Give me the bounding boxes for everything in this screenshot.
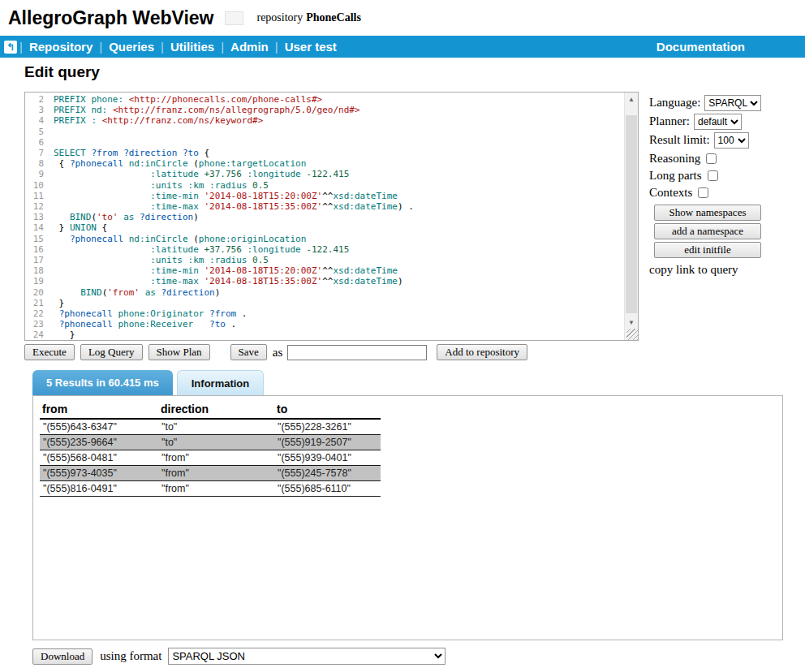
cell-direction: "from": [158, 481, 274, 497]
execute-button[interactable]: Execute: [24, 344, 75, 360]
line-number: 9: [25, 169, 44, 179]
code-line: { ?phonecall nd:inCircle (phone:targetLo…: [54, 158, 624, 169]
nav-item-documentation[interactable]: Documentation: [650, 40, 751, 54]
long-parts-checkbox[interactable]: [708, 170, 718, 181]
line-number: 22: [25, 308, 44, 319]
code-line: :time-min '2014-08-18T15:20:00Z'^^xsd:da…: [54, 265, 624, 276]
log-query-button[interactable]: Log Query: [80, 344, 143, 360]
nav-item-repository[interactable]: Repository: [23, 40, 99, 54]
results-table: fromdirectionto "(555)643-6347""to""(555…: [40, 402, 381, 497]
line-number: 4: [25, 115, 44, 126]
nav-item-queries[interactable]: Queries: [102, 40, 161, 54]
back-button[interactable]: ↰: [4, 41, 17, 54]
checkbox-label: Contexts: [649, 186, 692, 200]
language-select[interactable]: SPARQL: [704, 95, 761, 111]
code-line: :time-max '2014-08-18T15:35:00Z'^^xsd:da…: [54, 276, 624, 286]
tab-information[interactable]: Information: [177, 370, 265, 395]
table-row[interactable]: "(555)568-0481""from""(555)939-0401": [40, 450, 381, 466]
cell-to: "(555)939-0401": [274, 450, 381, 466]
cell-from: "(555)235-9664": [40, 435, 158, 450]
result-limit-label: Result limit:: [649, 133, 710, 147]
show-plan-button[interactable]: Show Plan: [149, 344, 210, 360]
download-button[interactable]: Download: [32, 648, 93, 665]
header-box: [225, 11, 243, 25]
result-limit-select[interactable]: 100: [714, 132, 749, 149]
save-name-input[interactable]: [287, 345, 427, 360]
code-line: [54, 127, 624, 137]
code-line: :units :km :radius 0.5: [54, 180, 624, 191]
code-line: }: [54, 330, 624, 340]
save-as-label: as: [273, 346, 283, 360]
edit-initfile-button[interactable]: edit initfile: [654, 242, 761, 258]
resize-grip-icon[interactable]: [626, 329, 638, 340]
column-header-to[interactable]: to: [274, 402, 381, 419]
reasoning-checkbox[interactable]: [706, 153, 717, 164]
code-line: PREFIX : <http://franz.com/ns/keyword#>: [54, 115, 624, 126]
nav-item-admin[interactable]: Admin: [224, 40, 275, 54]
code-line: ?phonecall nd:inCircle (phone:originLoca…: [54, 234, 624, 244]
cell-direction: "from": [158, 450, 274, 466]
cell-to: "(555)685-6110": [274, 481, 381, 497]
cell-to: "(555)919-2507": [274, 435, 381, 450]
cell-direction: "to": [158, 435, 274, 450]
back-arrow-icon: ↰: [6, 41, 15, 53]
language-row: Language: SPARQL: [649, 94, 795, 111]
code-line: :latitude +37.756 :longitude -122.415: [54, 169, 624, 179]
app-header: AllegroGraph WebView repositoryPhoneCall…: [0, 0, 805, 36]
code-area[interactable]: PREFIX phone: <http://phonecalls.com/pho…: [48, 93, 624, 340]
planner-select[interactable]: default: [694, 114, 742, 130]
scrollbar-thumb[interactable]: [626, 115, 637, 313]
add-a-namespace-button[interactable]: add a namespace: [654, 223, 761, 239]
code-line: BIND('to' as ?direction): [54, 212, 624, 222]
line-number: 23: [25, 319, 44, 330]
line-number: 13: [25, 212, 44, 222]
nav-item-user-test[interactable]: User test: [278, 40, 343, 54]
line-number: 19: [25, 276, 44, 286]
tab-results[interactable]: 5 Results in 60.415 ms: [32, 370, 173, 395]
line-number: 5: [25, 127, 44, 137]
add-to-repository-button[interactable]: Add to repository: [437, 344, 527, 360]
table-row[interactable]: "(555)973-4035""from""(555)245-7578": [40, 466, 381, 481]
table-row[interactable]: "(555)643-6347""to""(555)228-3261": [40, 419, 381, 435]
query-actions: Execute Log Query Show Plan Save as Add …: [24, 344, 533, 360]
line-number: 14: [25, 222, 44, 233]
scroll-up-button[interactable]: ▲: [625, 93, 638, 106]
column-header-from[interactable]: from: [40, 402, 158, 419]
line-number-gutter: 23456789101112131415161718192021222324: [25, 93, 48, 340]
table-row[interactable]: "(555)235-9664""to""(555)919-2507": [40, 435, 381, 450]
editor-scrollbar[interactable]: ▲ ▼: [624, 93, 638, 340]
cell-to: "(555)228-3261": [274, 419, 381, 435]
column-header-direction[interactable]: direction: [158, 402, 274, 419]
save-button[interactable]: Save: [230, 344, 267, 360]
planner-row: Planner: default: [649, 113, 795, 130]
line-number: 24: [25, 330, 44, 340]
nav-bar: ↰ |Repository|Queries|Utilities|Admin|Us…: [0, 36, 805, 58]
code-line: :time-max '2014-08-18T15:35:00Z'^^xsd:da…: [54, 201, 624, 212]
cell-direction: "to": [158, 419, 274, 435]
checkbox-label: Reasoning: [649, 152, 700, 166]
line-number: 20: [25, 287, 44, 298]
line-number: 17: [25, 255, 44, 265]
scroll-down-button[interactable]: ▼: [625, 316, 638, 329]
show-namespaces-button[interactable]: Show namespaces: [654, 205, 761, 221]
code-line: }: [54, 298, 624, 308]
planner-label: Planner:: [649, 114, 690, 128]
line-number: 3: [25, 105, 44, 115]
app-title: AllegroGraph WebView: [8, 7, 213, 29]
table-row[interactable]: "(555)816-0491""from""(555)685-6110": [40, 481, 381, 497]
cell-to: "(555)245-7578": [274, 466, 381, 481]
nav-items: |Repository|Queries|Utilities|Admin|User…: [19, 40, 343, 54]
format-label: using format: [100, 649, 161, 663]
scroll-up-icon: ▲: [628, 96, 635, 103]
cell-from: "(555)643-6347": [40, 419, 158, 435]
line-number: 11: [25, 191, 44, 201]
copy-link-to-query[interactable]: copy link to query: [649, 263, 795, 277]
nav-item-utilities[interactable]: Utilities: [164, 40, 221, 54]
query-options-panel: Language: SPARQL Planner: default Result…: [649, 94, 795, 277]
contexts-checkbox[interactable]: [698, 187, 708, 198]
code-line: :latitude +37.756 :longitude -122.415: [54, 244, 624, 255]
result-limit-row: Result limit: 100: [649, 131, 795, 149]
format-select[interactable]: SPARQL JSON: [168, 648, 446, 665]
code-line: BIND('from' as ?direction): [54, 287, 624, 298]
query-editor[interactable]: 23456789101112131415161718192021222324 P…: [24, 92, 639, 341]
